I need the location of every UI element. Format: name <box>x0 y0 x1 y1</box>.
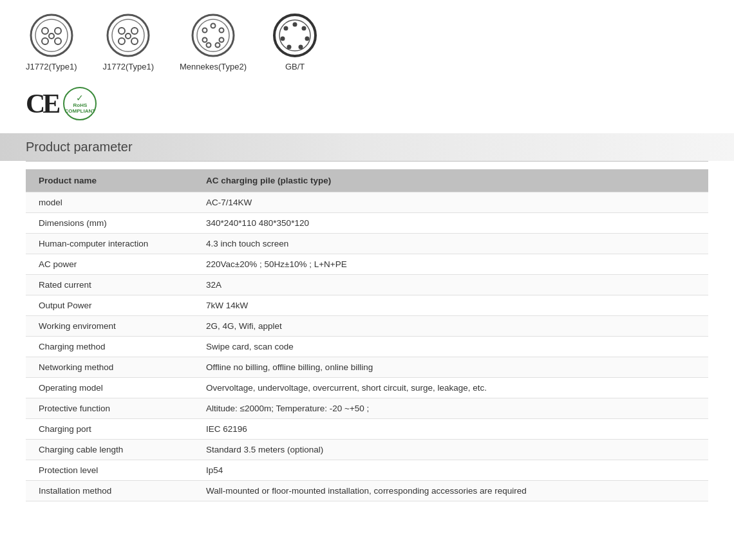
cert-row: CE ✓ RoHSCOMPLIANT <box>26 87 708 120</box>
param-label: Protection level <box>26 460 193 481</box>
param-table: Product name AC charging pile (plastic t… <box>26 169 708 501</box>
table-row: Working enviroment2G, 4G, Wifi, applet <box>26 316 708 337</box>
svg-point-19 <box>203 38 207 42</box>
svg-point-4 <box>42 38 48 44</box>
connector-j1772-type1-first: J1772(Type1) <box>26 13 77 71</box>
table-row: Human-computer interaction4.3 inch touch… <box>26 234 708 254</box>
connector-icon-type1a <box>29 13 74 58</box>
table-row: Charging methodSwipe card, scan code <box>26 337 708 357</box>
divider <box>26 161 708 162</box>
param-label: model <box>26 192 193 213</box>
param-label: Installation method <box>26 481 193 501</box>
rohs-checkmark: ✓ <box>76 93 84 103</box>
table-row: AC power220Vac±20% ; 50Hz±10% ; L+N+PE <box>26 254 708 275</box>
param-label: Dimensions (mm) <box>26 213 193 234</box>
svg-point-12 <box>131 38 138 44</box>
param-value: 32A <box>193 275 708 295</box>
connector-label-0: J1772(Type1) <box>26 62 77 71</box>
table-row: Networking methodOffline no billing, off… <box>26 357 708 378</box>
connector-gbt: GB/T <box>272 13 317 71</box>
param-value: 4.3 inch touch screen <box>193 234 708 254</box>
connector-j1772-type1-second: J1772(Type1) <box>103 13 155 71</box>
rohs-badge: ✓ RoHSCOMPLIANT <box>63 87 97 120</box>
svg-point-8 <box>112 19 144 51</box>
param-value: 340*240*110 480*350*120 <box>193 213 708 234</box>
param-value: Offline no billing, offline billing, onl… <box>193 357 708 378</box>
param-label: Protective function <box>26 398 193 419</box>
svg-point-14 <box>193 15 234 56</box>
param-value: 2G, 4G, Wifi, applet <box>193 316 708 337</box>
param-label: Charging cable length <box>26 440 193 460</box>
svg-point-0 <box>31 15 72 56</box>
top-section: J1772(Type1) J1772(Type1) <box>0 0 734 127</box>
svg-point-28 <box>299 45 303 50</box>
svg-point-29 <box>287 45 292 50</box>
param-label: Human-computer interaction <box>26 234 193 254</box>
param-value: Overvoltage, undervoltage, overcurrent, … <box>193 378 708 398</box>
header-col2: AC charging pile (plastic type) <box>193 169 708 192</box>
table-header-row: Product name AC charging pile (plastic t… <box>26 169 708 192</box>
svg-point-1 <box>35 19 68 51</box>
ce-mark: CE <box>26 90 58 117</box>
table-row: Charging cable lengthStandard 3.5 meters… <box>26 440 708 460</box>
svg-point-16 <box>211 24 216 28</box>
connector-icon-gbt <box>272 13 317 58</box>
svg-point-26 <box>302 26 306 31</box>
param-label: Working enviroment <box>26 316 193 337</box>
param-value: Standard 3.5 meters (optional) <box>193 440 708 460</box>
svg-point-9 <box>118 28 125 34</box>
section-title: Product parameter <box>26 140 708 154</box>
svg-point-20 <box>220 38 224 42</box>
svg-point-11 <box>118 38 125 44</box>
connector-label-3: GB/T <box>285 62 305 71</box>
param-value: 220Vac±20% ; 50Hz±10% ; L+N+PE <box>193 254 708 275</box>
param-label: Networking method <box>26 357 193 378</box>
param-value: Swipe card, scan code <box>193 337 708 357</box>
connector-label-2: Mennekes(Type2) <box>180 62 247 71</box>
connector-label-1: J1772(Type1) <box>103 62 155 71</box>
param-value: AC-7/14KW <box>193 192 708 213</box>
svg-point-5 <box>55 38 61 44</box>
param-label: Charging method <box>26 337 193 357</box>
table-row: modelAC-7/14KW <box>26 192 708 213</box>
param-label: Output Power <box>26 295 193 316</box>
table-row: Dimensions (mm)340*240*110 480*350*120 <box>26 213 708 234</box>
param-label: AC power <box>26 254 193 275</box>
param-label: Rated current <box>26 275 193 295</box>
connector-row: J1772(Type1) J1772(Type1) <box>26 13 708 71</box>
param-value: Ip54 <box>193 460 708 481</box>
svg-point-30 <box>281 37 285 41</box>
param-label: Charging port <box>26 419 193 440</box>
svg-point-31 <box>284 26 288 31</box>
connector-icon-type2 <box>191 13 236 58</box>
param-label: Operating model <box>26 378 193 398</box>
table-row: Installation methodWall-mounted or floor… <box>26 481 708 501</box>
svg-point-27 <box>305 37 310 41</box>
svg-point-3 <box>55 28 61 34</box>
table-row: Charging portIEC 62196 <box>26 419 708 440</box>
param-value: IEC 62196 <box>193 419 708 440</box>
param-value: Altitude: ≤2000m; Temperature: -20 ~+50 … <box>193 398 708 419</box>
connector-mennekes-type2: Mennekes(Type2) <box>180 13 247 71</box>
param-value: 7kW 14kW <box>193 295 708 316</box>
rohs-text: RoHSCOMPLIANT <box>65 103 96 115</box>
table-row: Protection levelIp54 <box>26 460 708 481</box>
svg-point-7 <box>108 15 149 56</box>
table-row: Protective functionAltitude: ≤2000m; Tem… <box>26 398 708 419</box>
svg-point-6 <box>49 33 54 39</box>
svg-point-17 <box>203 28 207 33</box>
svg-point-2 <box>42 28 48 34</box>
param-value: Wall-mounted or floor-mounted installati… <box>193 481 708 501</box>
svg-point-23 <box>274 15 315 56</box>
section-header: Product parameter <box>0 133 734 161</box>
table-row: Operating modelOvervoltage, undervoltage… <box>26 378 708 398</box>
svg-point-21 <box>207 43 211 48</box>
svg-point-22 <box>216 43 220 48</box>
svg-point-10 <box>131 28 138 34</box>
svg-point-18 <box>220 28 224 33</box>
svg-point-25 <box>293 23 297 27</box>
svg-point-13 <box>126 33 131 39</box>
header-col1: Product name <box>26 169 193 192</box>
table-row: Output Power7kW 14kW <box>26 295 708 316</box>
table-row: Rated current32A <box>26 275 708 295</box>
